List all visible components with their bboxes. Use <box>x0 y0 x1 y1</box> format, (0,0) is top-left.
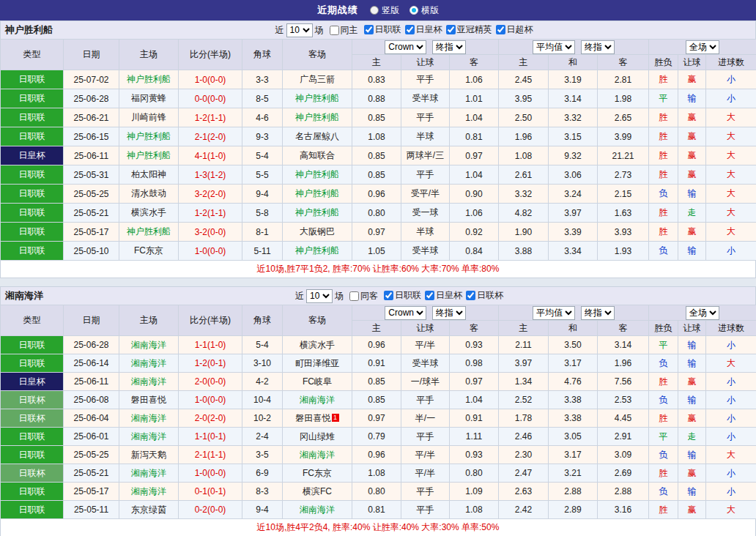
away-team[interactable]: 湘南海洋 <box>283 446 352 464</box>
home-team[interactable]: 磐田喜悦 <box>119 391 179 409</box>
home-team[interactable]: 湘南海洋 <box>119 409 179 428</box>
home-team[interactable]: 湘南海洋 <box>119 483 179 501</box>
league-checkbox-input[interactable] <box>446 25 456 34</box>
same-venue-checkbox-input[interactable] <box>349 291 359 301</box>
away-team[interactable]: 横滨水手 <box>283 336 352 354</box>
league-filter-checkbox[interactable]: 日职联 <box>384 289 421 302</box>
score-cell[interactable]: 1-1(1-0) <box>179 336 242 354</box>
home-team[interactable]: 湘南海洋 <box>119 464 179 483</box>
score-cell[interactable]: 2-1(1-1) <box>179 446 242 464</box>
home-team[interactable]: 神户胜利船 <box>119 70 179 89</box>
league-filter-checkbox[interactable]: 日超杯 <box>496 23 533 36</box>
score-cell[interactable]: 0-0(0-0) <box>179 89 242 108</box>
score-cell[interactable]: 1-0(0-0) <box>179 70 242 89</box>
league-checkbox-input[interactable] <box>364 25 374 34</box>
away-team[interactable]: 神户胜利船 <box>283 89 352 108</box>
away-team[interactable]: 大阪钢巴 <box>283 223 352 242</box>
away-team[interactable]: FC东京 <box>283 464 352 483</box>
score-cell[interactable]: 1-0(0-0) <box>179 242 242 261</box>
score-cell[interactable]: 1-2(1-1) <box>179 204 242 223</box>
away-team[interactable]: 广岛三箭 <box>283 70 352 89</box>
score-cell[interactable]: 2-0(0-0) <box>179 373 242 391</box>
result-cell: 胜 <box>649 108 678 127</box>
same-venue-checkbox[interactable]: 同主 <box>330 24 358 37</box>
league-filter-checkbox[interactable]: 日皇杯 <box>425 289 462 302</box>
score-cell[interactable]: 1-0(0-0) <box>179 464 242 483</box>
date-cell: 25-07-02 <box>64 70 119 89</box>
home-team[interactable]: 湘南海洋 <box>119 354 179 373</box>
score-cell[interactable]: 3-2(0-0) <box>179 223 242 242</box>
league-filter-checkbox[interactable]: 日皇杯 <box>405 23 442 36</box>
average-select[interactable]: 平均值 <box>533 40 575 54</box>
away-team[interactable]: 横滨FC <box>283 483 352 501</box>
handicap-cell: 平手 <box>401 483 450 501</box>
away-team[interactable]: FC岐阜 <box>283 373 352 391</box>
odds-stage-select[interactable]: 终指 <box>432 306 466 320</box>
away-team[interactable]: 神户胜利船 <box>283 185 352 204</box>
score-cell[interactable]: 3-2(2-0) <box>179 185 242 204</box>
away-team[interactable]: 神户胜利船 <box>283 204 352 223</box>
league-checkbox-input[interactable] <box>405 25 415 34</box>
score-cell[interactable]: 0-1(0-1) <box>179 483 242 501</box>
same-venue-checkbox[interactable]: 同客 <box>349 290 378 302</box>
home-team[interactable]: 神户胜利船 <box>119 146 179 165</box>
scope-select[interactable]: 全场 <box>686 40 719 54</box>
col-odds-away: 客 <box>450 321 499 336</box>
bookmaker-select[interactable]: Crown <box>385 306 426 320</box>
odds-stage-select[interactable]: 终指 <box>432 40 466 54</box>
league-checkbox-input[interactable] <box>496 25 505 34</box>
layout-radio-vertical[interactable]: 竖版 <box>370 4 399 17</box>
away-team[interactable]: 磐田喜悦1 <box>283 409 352 428</box>
home-team[interactable]: 川崎前锋 <box>119 108 179 127</box>
match-count-select[interactable]: 10 <box>286 23 313 37</box>
home-team[interactable]: 湘南海洋 <box>119 428 179 446</box>
league-checkbox-input[interactable] <box>466 291 475 300</box>
league-filter-checkbox[interactable]: 亚冠精英 <box>446 23 492 36</box>
average-stage-select[interactable]: 终指 <box>581 40 615 54</box>
score-cell[interactable]: 1-3(1-2) <box>179 165 242 185</box>
score-cell[interactable]: 4-1(1-0) <box>179 146 242 165</box>
odds-away: 1.04 <box>450 108 499 127</box>
score-cell[interactable]: 1-0(0-0) <box>179 391 242 409</box>
average-stage-select[interactable]: 终指 <box>581 306 615 320</box>
score-cell[interactable]: 1-1(0-1) <box>179 428 242 446</box>
away-team[interactable]: 湘南海洋 <box>283 391 352 409</box>
home-team[interactable]: 新泻天鹅 <box>119 446 179 464</box>
scope-select[interactable]: 全场 <box>686 306 719 320</box>
away-team[interactable]: 冈山绿雉 <box>283 428 352 446</box>
score-cell[interactable]: 1-2(0-1) <box>179 354 242 373</box>
league-filter-checkbox[interactable]: 日职联 <box>364 23 401 36</box>
home-team[interactable]: FC东京 <box>119 242 179 261</box>
same-venue-checkbox-input[interactable] <box>330 26 339 35</box>
bookmaker-select[interactable]: Crown <box>385 40 426 54</box>
away-team[interactable]: 神户胜利船 <box>283 242 352 261</box>
score-cell[interactable]: 2-0(2-0) <box>179 409 242 428</box>
home-team[interactable]: 清水鼓动 <box>119 185 179 204</box>
average-select[interactable]: 平均值 <box>533 306 575 320</box>
away-team[interactable]: 神户胜利船 <box>283 165 352 185</box>
score-cell[interactable]: 1-2(1-1) <box>179 108 242 127</box>
home-team[interactable]: 横滨水手 <box>119 204 179 223</box>
corners-cell: 4-2 <box>242 373 283 391</box>
home-team[interactable]: 神户胜利船 <box>119 223 179 242</box>
home-team[interactable]: 柏太阳神 <box>119 165 179 185</box>
home-team[interactable]: 湘南海洋 <box>119 336 179 354</box>
away-team[interactable]: 高知联合 <box>283 146 352 165</box>
home-team[interactable]: 福冈黄蜂 <box>119 89 179 108</box>
layout-radio-horizontal[interactable]: 横版 <box>410 4 439 17</box>
handicap-result-cell: 输 <box>678 391 706 409</box>
league-checkbox-input[interactable] <box>425 291 434 300</box>
away-team[interactable]: 名古屋鲸八 <box>283 127 352 146</box>
home-team[interactable]: 湘南海洋 <box>119 373 179 391</box>
away-team[interactable]: 町田泽维亚 <box>283 354 352 373</box>
home-team[interactable]: 神户胜利船 <box>119 127 179 146</box>
away-team[interactable]: 神户胜利船 <box>283 108 352 127</box>
away-team[interactable]: 湘南海洋 <box>283 501 352 519</box>
match-count-select[interactable]: 10 <box>306 289 333 303</box>
odds-home: 0.85 <box>352 146 401 165</box>
league-filter-checkbox[interactable]: 日联杯 <box>466 289 503 302</box>
score-cell[interactable]: 2-1(2-0) <box>179 127 242 146</box>
home-team[interactable]: 东京绿茵 <box>119 501 179 519</box>
league-checkbox-input[interactable] <box>384 291 393 300</box>
score-cell[interactable]: 0-2(0-0) <box>179 501 242 519</box>
